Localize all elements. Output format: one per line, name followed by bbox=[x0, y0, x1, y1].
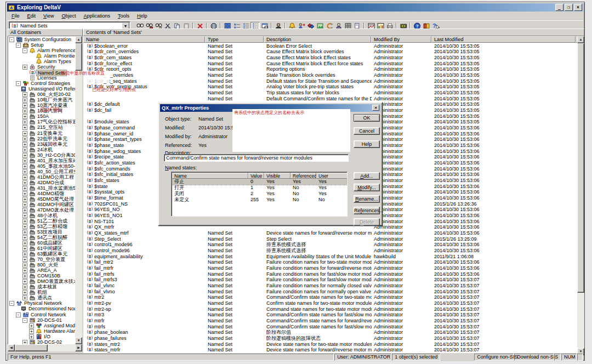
tree-expand-plus-icon[interactable]: + bbox=[22, 169, 27, 174]
column-header-type[interactable]: Type bbox=[205, 36, 264, 43]
tree-expand-plus-icon[interactable]: + bbox=[22, 268, 27, 273]
help-button[interactable]: Help bbox=[354, 140, 380, 148]
tree-expand-plus-icon[interactable]: + bbox=[22, 92, 27, 97]
list-row[interactable]: Named SetTrip status states for Voter bl… bbox=[84, 90, 577, 96]
tree-expand-plus-icon[interactable]: + bbox=[22, 235, 27, 240]
tree-expand-plus-icon[interactable]: + bbox=[22, 224, 27, 229]
description-field[interactable]: Command/Confirm state names for forward/… bbox=[164, 154, 349, 162]
tree-expand-plus-icon[interactable]: + bbox=[22, 219, 27, 224]
states-column-user-selectable[interactable]: User Selectable bbox=[316, 173, 348, 179]
list-row--ctlr-st-seq-states[interactable]: $ctlr_st_seq_statesNamed SetDefault stat… bbox=[84, 78, 577, 84]
list-row-control1-mode96[interactable]: control1_mode96Named Set排查系统模式选择Administ… bbox=[84, 242, 577, 248]
tree-expand-minus-icon[interactable]: - bbox=[9, 301, 14, 306]
tree-expand-plus-icon[interactable]: + bbox=[22, 142, 27, 147]
tree-expand-plus-icon[interactable]: + bbox=[22, 274, 27, 278]
tree-expand-plus-icon[interactable]: + bbox=[29, 334, 34, 339]
add-button[interactable]: Add... bbox=[354, 172, 380, 180]
tree-expand-plus-icon[interactable]: + bbox=[22, 285, 27, 289]
list-row--ctlr-cem-states[interactable]: $ctlr_cem_statesNamed SetCause Effect Ma… bbox=[84, 55, 577, 61]
tree-expand-plus-icon[interactable]: + bbox=[22, 98, 27, 103]
tree-expand-minus-icon[interactable]: - bbox=[22, 48, 27, 53]
list-row-equipment-availability[interactable]: equipment_availabilityNamed SetEquipment… bbox=[84, 254, 577, 260]
tree-expand-plus-icon[interactable]: + bbox=[22, 241, 27, 246]
list-row-fail-mtrfs[interactable]: fail_mtrfsNamed SetFailure condition nam… bbox=[84, 271, 577, 277]
list-scroll-up[interactable]: ▲ bbox=[577, 36, 584, 43]
status-download[interactable]: Download non-SIS bbox=[514, 354, 554, 361]
list-vscrollbar[interactable]: ▲ ▼ bbox=[577, 36, 584, 355]
list-row-mtrfs[interactable]: mtrfsNamed SetCommand/Confirm state name… bbox=[84, 324, 577, 330]
tree-expand-plus-icon[interactable]: + bbox=[22, 164, 27, 169]
tree-vscrollbar[interactable]: ▲ ▼ bbox=[75, 36, 82, 344]
tree-expand-plus-icon[interactable]: + bbox=[22, 295, 27, 300]
tree-expand-plus-icon[interactable]: + bbox=[22, 175, 27, 180]
list-row-fail-vlvnc[interactable]: fail_vlvncNamed SetFailure condition nam… bbox=[84, 283, 577, 289]
tree-expand-plus-icon[interactable]: + bbox=[22, 191, 27, 196]
list-row-mtr2-pv[interactable]: mtr2-pvNamed SetConfirm state names for … bbox=[84, 300, 577, 306]
list-row-mtr3[interactable]: mtr3Named SetCommand/Confirm state names… bbox=[84, 312, 577, 318]
menu-object[interactable]: Object bbox=[58, 13, 79, 19]
tree-expand-minus-icon[interactable]: - bbox=[16, 312, 21, 317]
menu-edit[interactable]: Edit bbox=[24, 13, 40, 19]
column-header-name[interactable]: Name bbox=[83, 36, 205, 43]
list-row-mtr2-sp[interactable]: mtr2-spNamed SetCommand state names for … bbox=[84, 306, 577, 312]
tree-expand-plus-icon[interactable]: + bbox=[22, 131, 27, 136]
list-scroll-thumb[interactable] bbox=[577, 43, 584, 293]
list-row-phase-failures[interactable]: phase_failuresNamed Set阶段逻辑模块的故障状态Admini… bbox=[84, 335, 577, 342]
close-button[interactable]: × bbox=[574, 4, 582, 11]
states-column-visible[interactable]: Visible bbox=[264, 173, 291, 179]
list-row-fail-mtrfr[interactable]: fail_mtrfrNamed SetFailure condition nam… bbox=[84, 265, 577, 271]
menu-view[interactable]: View bbox=[39, 13, 58, 19]
list-row-mtrfr[interactable]: mtrfrNamed SetCommand/Confirm state name… bbox=[84, 318, 577, 324]
ok-button[interactable]: OK bbox=[354, 114, 380, 122]
tree-expand-plus-icon[interactable]: + bbox=[22, 114, 27, 119]
list-row--ctlr-report-opts[interactable]: $ctlr_report_optsNamed SetReporting opti… bbox=[84, 66, 577, 72]
restore-button[interactable]: ❐ bbox=[565, 4, 573, 11]
state-row-2[interactable]: 打开1YesNoYes bbox=[172, 185, 346, 191]
tree-expand-plus-icon[interactable]: + bbox=[22, 109, 27, 113]
tree-expand-plus-icon[interactable]: + bbox=[22, 153, 27, 158]
list-row--ctlr-votr-pretrip-status[interactable]: $ctlr_votr_pretrip_statusNamed SetAnalog… bbox=[84, 84, 577, 90]
dialog-close-icon[interactable]: × bbox=[372, 105, 379, 111]
list-row[interactable]: Named SetDefault Command/Confirm state n… bbox=[84, 96, 577, 102]
tree-expand-plus-icon[interactable]: + bbox=[22, 120, 27, 124]
tree-expand-plus-icon[interactable]: + bbox=[22, 252, 27, 257]
delete-button[interactable]: Delete bbox=[354, 218, 380, 226]
state-row-3[interactable]: 关闭2YesNoYes bbox=[172, 191, 346, 197]
tree-expand-plus-icon[interactable]: + bbox=[22, 202, 27, 207]
list-row-fail-mtr2[interactable]: fail_mtr2Named SetFailure condition name… bbox=[84, 259, 577, 265]
state-row-4[interactable]: 未定义255YesNoNo bbox=[172, 197, 346, 203]
cancel-button[interactable]: Cancel bbox=[354, 127, 380, 135]
tree-expand-minus-icon[interactable]: - bbox=[22, 318, 27, 323]
states-column-referenced[interactable]: Referenced bbox=[291, 173, 316, 179]
state-row-1[interactable]: 停止0YesYesYes bbox=[172, 179, 346, 185]
tree-expand-minus-icon[interactable]: - bbox=[9, 37, 14, 42]
tree-expand-plus-icon[interactable]: + bbox=[22, 208, 27, 213]
list-row-states-mtr2[interactable]: states_mtr2Named SetDevice state names f… bbox=[84, 342, 577, 348]
rename-button[interactable]: Rename... bbox=[354, 195, 380, 203]
list-row-mtr2[interactable]: mtr2Named SetCommand/Confirm state names… bbox=[84, 294, 577, 300]
tree-scroll-up[interactable]: ▲ bbox=[75, 36, 82, 43]
minimize-button[interactable]: _ bbox=[555, 4, 563, 11]
column-header-modified-by[interactable]: Modified By bbox=[371, 36, 431, 43]
tree-expand-plus-icon[interactable]: + bbox=[22, 197, 27, 202]
tree-expand-plus-icon[interactable]: + bbox=[22, 340, 27, 344]
tree-expand-plus-icon[interactable]: + bbox=[22, 213, 27, 218]
tree-expand-plus-icon[interactable]: + bbox=[22, 125, 27, 130]
list-row-fail-mtrfs3[interactable]: fail_mtrfs3Named SetFailure condition na… bbox=[84, 277, 577, 283]
tree-expand-plus-icon[interactable]: + bbox=[29, 329, 34, 334]
list-row-step-select[interactable]: Step_SelectNamed SetStep SelectAdministr… bbox=[84, 236, 577, 242]
tree-scroll-thumb[interactable] bbox=[75, 43, 82, 71]
list-row--ctlr-cem-overrides[interactable]: $ctlr_cem_overridesNamed SetCause Effect… bbox=[84, 49, 577, 55]
tree-expand-plus-icon[interactable]: + bbox=[22, 180, 27, 185]
states-column-value[interactable]: Value bbox=[248, 173, 264, 179]
tree-expand-plus-icon[interactable]: + bbox=[22, 263, 27, 268]
tree-expand-plus-icon[interactable]: + bbox=[22, 158, 27, 163]
status-configure[interactable]: Configure non-SIS bbox=[474, 354, 514, 361]
list-row-qx-states-mtrf[interactable]: QX_states_mtrfNamed SetDevice state name… bbox=[84, 230, 577, 236]
modify-button[interactable]: Modify... bbox=[354, 184, 380, 191]
tree-expand-plus-icon[interactable]: + bbox=[22, 257, 27, 262]
list-row--boolean-error[interactable]: $boolean_errorNamed SetBoolean Error Sel… bbox=[84, 43, 577, 49]
menu-help[interactable]: Help bbox=[133, 13, 151, 19]
tree-scroll-left[interactable]: ◀ bbox=[8, 344, 15, 351]
tree-expand-plus-icon[interactable]: + bbox=[22, 246, 27, 251]
